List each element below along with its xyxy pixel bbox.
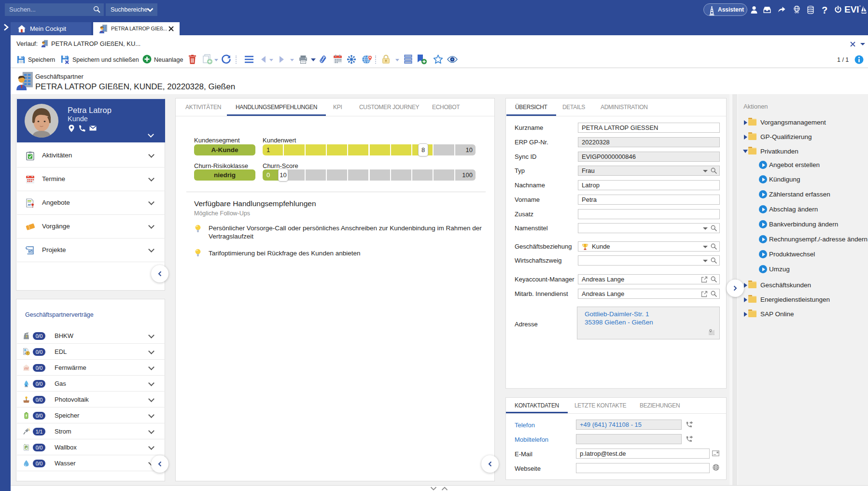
svg-text:€: €: [27, 351, 29, 355]
svg-text:P: P: [25, 446, 28, 449]
